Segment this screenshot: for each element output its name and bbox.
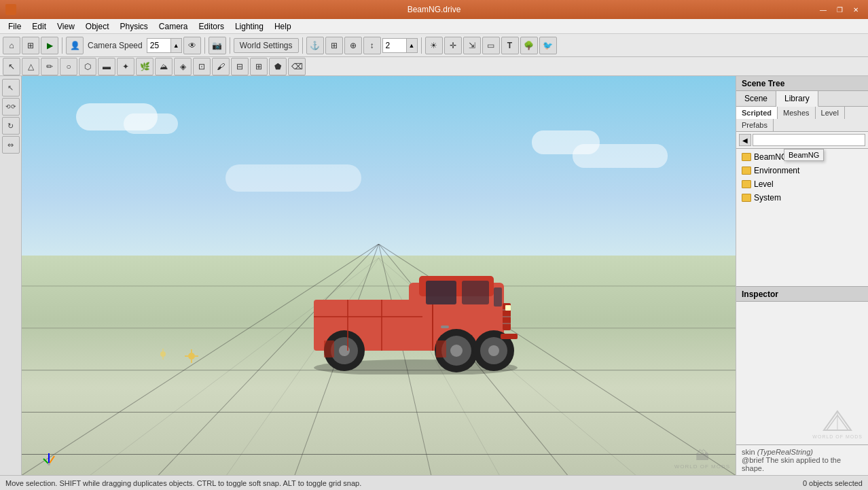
menu-file[interactable]: File [3,20,26,33]
tab-scene[interactable]: Scene [736,91,776,106]
tree-item-level-label: Level [754,179,774,189]
shield-button[interactable]: ⬡ [79,58,96,75]
statusbar: Move selection. SHIFT while dragging dup… [0,475,868,490]
move-button[interactable]: ✛ [444,37,462,54]
restore-button[interactable]: ❐ [833,4,846,15]
light-object-2 [158,349,168,360]
left-panel: ↖ ⟲⟳ ↻ ⇔ [0,76,22,475]
svg-point-55 [48,463,50,466]
axis-indicator [41,451,57,467]
cloud5 [225,164,361,192]
svg-rect-38 [501,334,518,339]
eye-button[interactable]: 👁 [183,37,201,54]
home-button[interactable]: ⌂ [3,37,20,54]
rect-button[interactable]: ▬ [98,58,115,75]
menu-physics[interactable]: Physics [115,20,153,33]
world-settings-button[interactable]: World Settings [234,38,299,53]
menu-help[interactable]: Help [269,20,297,33]
sep4 [302,37,303,54]
snap-button[interactable]: ⊕ [344,37,362,54]
menu-view[interactable]: View [52,20,80,33]
tree-item-environment-label: Environment [754,166,799,175]
lib-tab-scripted[interactable]: Scripted [736,107,778,119]
inspector-title: Inspector [742,290,778,299]
move2-button[interactable]: ✦ [117,58,134,75]
bird-button[interactable]: 🐦 [539,37,557,54]
folder-icon-system [742,194,751,202]
viewport[interactable]: 🏔 WORLD OF MODS [22,76,736,475]
pencil-button[interactable]: ✏ [41,58,58,75]
person-button[interactable]: 👤 [66,37,84,54]
wm-panel: WORLD OF MODS [812,410,863,439]
statusbar-right: 0 objects selected [803,479,863,487]
tree-item-beamng-label: BeamNG [754,152,787,162]
select-button[interactable]: ▭ [482,37,500,54]
eraser-button[interactable]: ⌫ [288,58,306,75]
snap-up[interactable]: ▲ [407,38,418,53]
light-object-1 [185,349,198,363]
resize-button[interactable]: ⇲ [463,37,481,54]
minimize-button[interactable]: — [816,4,830,15]
camera-speed-label: Camera Speed [88,41,143,50]
arrow-button[interactable]: ↖ [3,58,20,75]
lib-tab-meshes[interactable]: Meshes [778,107,816,119]
grid-button[interactable]: ⊞ [22,37,39,54]
sep5 [421,37,422,54]
inspector-field-desc: @brief The skin applied to the shape. [742,456,841,472]
scale-tool[interactable]: ⇔ [2,136,20,154]
sphere-button[interactable]: ○ [60,58,77,75]
library-search-input[interactable] [753,134,865,146]
raise-button[interactable]: ⊞ [250,58,268,75]
camera2-button[interactable]: 📷 [209,37,226,54]
snap2-button[interactable]: ↕ [363,37,381,54]
wm-svg [821,410,854,434]
tree-item-beamng[interactable]: BeamNG BeamNG [736,150,868,164]
camera-speed-input[interactable]: 25 [147,38,171,53]
lib-tab-prefabs[interactable]: Prefabs [736,119,774,131]
camera-speed-spinner[interactable]: 25 ▲ [147,38,182,53]
scene-tree-header: Scene Tree [736,76,868,91]
flatten-button[interactable]: ⊟ [231,58,249,75]
toolbar-secondary: ↖ △ ✏ ○ ⬡ ▬ ✦ 🌿 ⛰ ◈ ⊡ 🖌 ⊟ ⊞ ⬟ ⌫ [0,57,868,76]
lib-tab-level[interactable]: Level [816,107,845,119]
tree-item-system[interactable]: System [736,191,868,205]
triangle-button[interactable]: △ [22,58,39,75]
scene-tree-title: Scene Tree [742,79,784,88]
paint-button[interactable]: 🖌 [212,58,230,75]
close-button[interactable]: ✕ [849,4,863,15]
text-button[interactable]: T [501,37,519,54]
beamng-tooltip: BeamNG [784,149,824,161]
inspector-footer: skin (TypeRealString) @brief The skin ap… [736,444,868,475]
sun-button[interactable]: ☀ [425,37,443,54]
move-tool[interactable]: ⟲⟳ [2,98,20,116]
tree-button[interactable]: 🌳 [520,37,538,54]
menu-object[interactable]: Object [80,20,115,33]
inspector-field-name: skin [742,448,755,456]
tree-item-level[interactable]: Level [736,177,868,191]
camera-speed-up[interactable]: ▲ [171,38,182,53]
snap-input[interactable]: 2 [382,38,407,53]
inspector-field-type: (TypeRealString) [757,448,813,456]
menu-editors[interactable]: Editors [194,20,230,33]
grid2-button[interactable]: ⊞ [325,37,343,54]
select-tool[interactable]: ↖ [2,79,20,97]
diamond-button[interactable]: ◈ [174,58,192,75]
search-back-button[interactable]: ◀ [739,134,751,146]
snap-spinner[interactable]: 2 ▲ [382,38,418,53]
mountain-button[interactable]: ⛰ [155,58,173,75]
magnet-button[interactable]: ⚓ [306,37,324,54]
rotate-tool[interactable]: ↻ [2,117,20,135]
svg-rect-32 [441,326,449,328]
svg-point-30 [488,345,499,356]
select2-button[interactable]: ⊡ [193,58,211,75]
wm-logo-icon: 🏔 [695,448,709,463]
leaf-button[interactable]: 🌿 [136,58,153,75]
menu-edit[interactable]: Edit [26,20,52,33]
tree-item-environment[interactable]: Environment [736,164,868,177]
menu-camera[interactable]: Camera [153,20,194,33]
menu-lighting[interactable]: Lighting [230,20,269,33]
titlebar-left [5,4,16,15]
play-button[interactable]: ▶ [41,37,58,54]
tab-library[interactable]: Library [776,91,818,107]
stamp-button[interactable]: ⬟ [269,58,287,75]
